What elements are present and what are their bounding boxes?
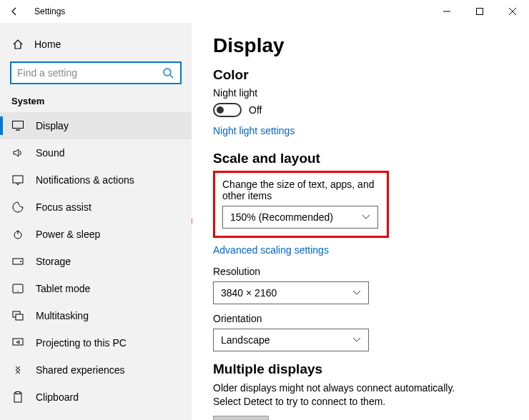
main-inner: (2) Display Color Night light Off Night … — [213, 34, 508, 420]
sidebar-item-storage[interactable]: Storage — [0, 248, 192, 275]
orientation-select[interactable]: Landscape — [213, 329, 369, 351]
tablet-icon — [11, 282, 24, 295]
close-button[interactable] — [496, 0, 529, 23]
night-light-settings-link[interactable]: Night light settings — [213, 125, 295, 136]
annotation-label: (2) — [192, 214, 193, 227]
home-nav[interactable]: Home — [0, 31, 192, 57]
resolution-field: Resolution 3840 × 2160 — [213, 266, 508, 304]
home-icon — [11, 38, 24, 51]
chevron-down-icon — [352, 290, 361, 296]
sound-icon — [11, 146, 24, 159]
search-icon — [162, 66, 174, 79]
sidebar-item-label: Projecting to this PC — [36, 337, 127, 349]
resolution-value: 3840 × 2160 — [221, 287, 277, 299]
search-input[interactable] — [17, 67, 162, 79]
detect-button[interactable]: Detect — [213, 416, 269, 420]
sidebar-item-power[interactable]: Power & sleep — [0, 221, 192, 248]
night-light-label: Night light — [213, 87, 508, 99]
focus-assist-icon — [11, 201, 24, 214]
sidebar-item-multitasking[interactable]: Multitasking — [0, 302, 192, 329]
notifications-icon — [11, 174, 24, 186]
sidebar-item-label: Tablet mode — [36, 283, 90, 294]
sidebar-item-projecting[interactable]: Projecting to this PC — [0, 329, 192, 356]
sidebar-item-shared[interactable]: Shared experiences — [0, 356, 192, 384]
content-body: Home System Display Sound — [0, 23, 529, 420]
sidebar-item-notifications[interactable]: Notifications & actions — [0, 166, 192, 194]
night-light-toggle-row: Off — [213, 103, 508, 117]
sidebar-item-label: Clipboard — [36, 391, 79, 403]
chevron-down-icon — [362, 214, 370, 220]
night-light-state: Off — [249, 104, 262, 116]
system-section-label: System — [0, 91, 192, 112]
main-panel: (2) Display Color Night light Off Night … — [192, 23, 529, 420]
shared-icon — [11, 364, 24, 376]
home-label: Home — [34, 39, 61, 50]
svg-point-10 — [20, 261, 21, 262]
page-title: Display — [213, 34, 508, 57]
sidebar-item-label: Notifications & actions — [36, 174, 134, 186]
minimize-button[interactable] — [430, 0, 463, 23]
storage-icon — [11, 255, 24, 268]
search-box[interactable] — [10, 61, 182, 84]
sidebar: Home System Display Sound — [0, 23, 192, 420]
svg-point-2 — [164, 69, 171, 76]
settings-window: Settings Home — [0, 0, 529, 420]
svg-line-3 — [170, 75, 173, 78]
sidebar-item-focus-assist[interactable]: Focus assist — [0, 194, 192, 221]
window-controls — [430, 0, 529, 23]
svg-rect-6 — [13, 176, 23, 183]
svg-rect-17 — [16, 392, 20, 394]
maximize-button[interactable] — [463, 0, 496, 23]
sidebar-item-sound[interactable]: Sound — [0, 139, 192, 166]
search-container — [0, 57, 192, 91]
toggle-knob — [217, 106, 224, 114]
color-heading: Color — [213, 67, 508, 83]
orientation-field: Orientation Landscape — [213, 313, 508, 351]
sidebar-item-label: Power & sleep — [36, 229, 100, 240]
sidebar-item-label: Shared experiences — [36, 364, 125, 376]
sidebar-item-label: Multitasking — [36, 310, 89, 321]
resolution-label: Resolution — [213, 266, 508, 277]
power-icon — [11, 228, 24, 241]
scale-select-value: 150% (Recommended) — [230, 211, 333, 223]
arrow-left-icon — [9, 6, 19, 16]
scale-select[interactable]: 150% (Recommended) — [222, 206, 378, 229]
night-light-toggle[interactable] — [213, 103, 242, 117]
sidebar-item-label: Display — [36, 120, 69, 131]
sidebar-item-label: Storage — [36, 256, 71, 267]
projecting-icon — [11, 336, 24, 349]
svg-rect-4 — [13, 121, 24, 129]
sidebar-item-display[interactable]: Display — [0, 112, 192, 139]
minimize-icon — [443, 8, 450, 15]
sidebar-item-label: Sound — [36, 147, 64, 159]
annotation-callout-box: Change the size of text, apps, and other… — [213, 171, 389, 238]
scale-heading: Scale and layout — [213, 151, 508, 166]
resolution-select[interactable]: 3840 × 2160 — [213, 281, 369, 304]
maximize-icon — [476, 8, 483, 15]
clipboard-icon — [11, 391, 24, 404]
orientation-label: Orientation — [213, 313, 508, 324]
svg-rect-1 — [477, 9, 483, 15]
close-icon — [509, 8, 516, 15]
advanced-scaling-link[interactable]: Advanced scaling settings — [213, 244, 329, 256]
sidebar-item-tablet[interactable]: Tablet mode — [0, 275, 192, 302]
svg-rect-14 — [16, 314, 23, 320]
back-button[interactable] — [0, 0, 29, 23]
multitasking-icon — [11, 309, 24, 322]
sidebar-item-clipboard[interactable]: Clipboard — [0, 384, 192, 411]
titlebar: Settings — [0, 0, 529, 23]
multiple-displays-description: Older displays might not always connect … — [213, 381, 485, 409]
multiple-displays-heading: Multiple displays — [213, 361, 508, 377]
window-title: Settings — [34, 6, 65, 16]
sidebar-item-label: Focus assist — [36, 201, 92, 213]
chevron-down-icon — [352, 337, 361, 343]
orientation-value: Landscape — [221, 334, 270, 346]
nav-list: Display Sound Notifications & actions Fo… — [0, 112, 192, 411]
display-icon — [11, 119, 24, 132]
svg-point-12 — [17, 291, 18, 291]
scale-field-label: Change the size of text, apps, and other… — [222, 179, 380, 201]
